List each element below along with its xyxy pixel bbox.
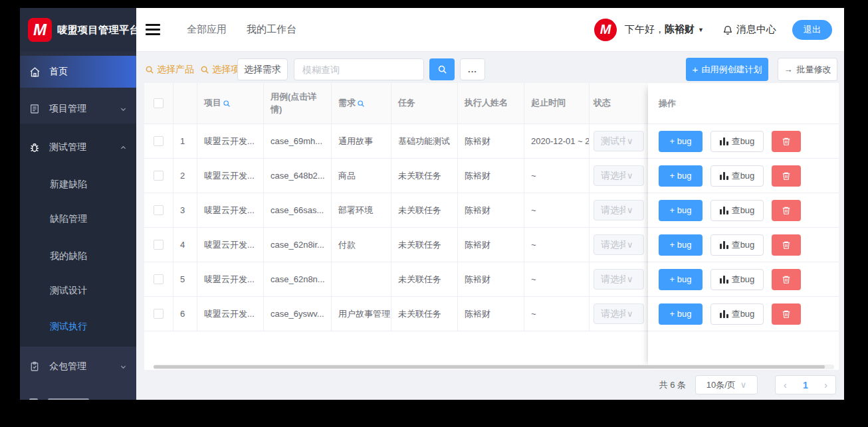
sidebar-item-label: 测试执行: [50, 321, 87, 333]
cell-task: 未关联任务: [391, 159, 458, 193]
home-icon: [29, 66, 41, 78]
view-bug-button[interactable]: 查bug: [710, 165, 764, 187]
usecase-header: 用例(点击详情): [264, 83, 332, 124]
sidebar-item-defect-mgmt[interactable]: 缺陷管理: [20, 203, 136, 235]
delete-button[interactable]: [772, 200, 801, 221]
avatar[interactable]: M: [594, 19, 617, 41]
bar-chart-icon: [720, 310, 728, 318]
status-select[interactable]: 请选择∨: [594, 200, 644, 220]
chevron-down-icon: ∨: [740, 380, 747, 390]
delete-button[interactable]: [772, 303, 801, 325]
status-select[interactable]: 请选择∨: [594, 303, 644, 324]
sidebar-item-test-design[interactable]: 测试设计: [20, 275, 136, 307]
dates-header: 起止时间: [524, 83, 590, 124]
sidebar-item-my-defects[interactable]: 我的缺陷: [20, 240, 136, 272]
project-header: 项目: [197, 83, 264, 124]
row-index: 6: [173, 297, 197, 331]
executor-header: 执行人姓名: [458, 83, 524, 124]
tab-all-apps[interactable]: 全部应用: [187, 23, 227, 36]
add-bug-button[interactable]: + bug: [659, 131, 703, 152]
sidebar-item-new-defect[interactable]: 新建缺陷: [20, 169, 136, 201]
cell-usecase[interactable]: case_62n8n...: [264, 262, 332, 297]
cell-usecase[interactable]: case_62n8ir...: [264, 228, 332, 262]
add-bug-button[interactable]: + bug: [659, 234, 703, 256]
sidebar-item-crowd-mgmt[interactable]: 众包管理: [20, 351, 136, 383]
view-bug-button[interactable]: 查bug: [710, 131, 764, 152]
horizontal-scrollbar[interactable]: [154, 365, 834, 369]
delete-button[interactable]: [772, 165, 801, 187]
more-filters-button[interactable]: ...: [460, 58, 485, 80]
cell-usecase[interactable]: case_648b2...: [264, 159, 332, 193]
search-icon[interactable]: [223, 100, 231, 108]
chevron-down-icon: ∨: [627, 205, 633, 215]
search-button[interactable]: [429, 58, 455, 80]
status-select[interactable]: 测试中∨: [594, 131, 644, 151]
cell-task: 基础功能测试: [391, 124, 458, 159]
cell-project: 唛盟云开发...: [197, 124, 264, 159]
sidebar-item-test-mgmt[interactable]: 测试管理: [20, 131, 136, 163]
search-icon[interactable]: [357, 100, 365, 108]
row-checkbox[interactable]: [154, 171, 163, 181]
page-number[interactable]: 1: [803, 380, 808, 390]
batch-edit-button[interactable]: → 批量修改: [778, 58, 837, 81]
row-checkbox[interactable]: [154, 240, 163, 250]
next-page-button[interactable]: ›: [824, 380, 827, 390]
row-checkbox[interactable]: [154, 136, 163, 146]
requirement-header: 需求: [332, 83, 391, 124]
sidebar-item-test-execution[interactable]: 测试执行: [20, 311, 136, 343]
status-select[interactable]: 请选择∨: [594, 234, 644, 255]
ops-row: + bug 查bug: [648, 262, 839, 297]
chevron-down-icon: [120, 106, 127, 113]
row-checkbox[interactable]: [154, 205, 163, 215]
sidebar-item-project-mgmt[interactable]: 项目管理: [20, 93, 136, 125]
cell-usecase[interactable]: case_6yswv...: [264, 297, 332, 331]
add-bug-button[interactable]: + bug: [659, 165, 703, 187]
sidebar-item-partial[interactable]: [20, 393, 136, 400]
prev-page-button[interactable]: ‹: [784, 380, 787, 390]
caret-down-icon[interactable]: ▼: [698, 27, 704, 33]
create-plan-label: 由用例创建计划: [701, 64, 762, 76]
cell-task: 未关联任务: [391, 297, 458, 331]
status-select[interactable]: 请选择∨: [594, 165, 644, 186]
create-plan-button[interactable]: + 由用例创建计划: [686, 58, 768, 81]
cell-usecase[interactable]: case_66sas...: [264, 193, 332, 228]
message-center-button[interactable]: 消息中心: [722, 23, 776, 36]
row-index: 3: [173, 193, 197, 228]
cell-usecase[interactable]: case_69mh...: [264, 124, 332, 159]
page-size-select[interactable]: 10条/页 ∨: [695, 375, 758, 394]
view-bug-button[interactable]: 查bug: [710, 200, 764, 221]
row-index: 5: [173, 262, 197, 297]
search-icon: [200, 65, 209, 74]
fuzzy-search-input[interactable]: [294, 58, 424, 80]
tab-my-workbench[interactable]: 我的工作台: [247, 23, 296, 36]
cell-dates: ~: [524, 297, 590, 331]
bug-icon: [29, 142, 41, 153]
user-greeting[interactable]: 下午好，陈裕财: [625, 23, 695, 36]
row-checkbox[interactable]: [154, 274, 163, 284]
row-checkbox[interactable]: [154, 309, 163, 319]
cell-executor: 陈裕财: [458, 159, 524, 193]
status-select[interactable]: 请选择∨: [594, 269, 644, 290]
sidebar-item-home[interactable]: 首页: [20, 56, 136, 88]
chevron-down-icon: ∨: [627, 136, 633, 146]
scrollbar-thumb[interactable]: [154, 365, 825, 369]
add-bug-button[interactable]: + bug: [659, 303, 703, 325]
view-bug-button[interactable]: 查bug: [710, 234, 764, 256]
cell-project: 唛盟云开发...: [197, 228, 264, 262]
delete-button[interactable]: [772, 269, 801, 290]
select-product-link[interactable]: 选择产品: [145, 64, 194, 76]
logout-button[interactable]: 退出: [792, 20, 832, 40]
add-bug-button[interactable]: + bug: [659, 269, 703, 290]
cell-requirement: 商品: [332, 159, 391, 193]
select-requirement-button[interactable]: 选择需求: [237, 58, 288, 80]
add-bug-button[interactable]: + bug: [659, 200, 703, 221]
select-all-checkbox[interactable]: [154, 98, 163, 108]
collapse-menu-icon[interactable]: [146, 21, 160, 38]
sidebar-item-label: 缺陷管理: [50, 213, 87, 225]
delete-button[interactable]: [772, 131, 801, 152]
cell-executor: 陈裕财: [458, 124, 524, 159]
view-bug-button[interactable]: 查bug: [710, 269, 764, 290]
view-bug-button[interactable]: 查bug: [710, 303, 764, 325]
cell-executor: 陈裕财: [458, 297, 524, 331]
delete-button[interactable]: [772, 234, 801, 256]
